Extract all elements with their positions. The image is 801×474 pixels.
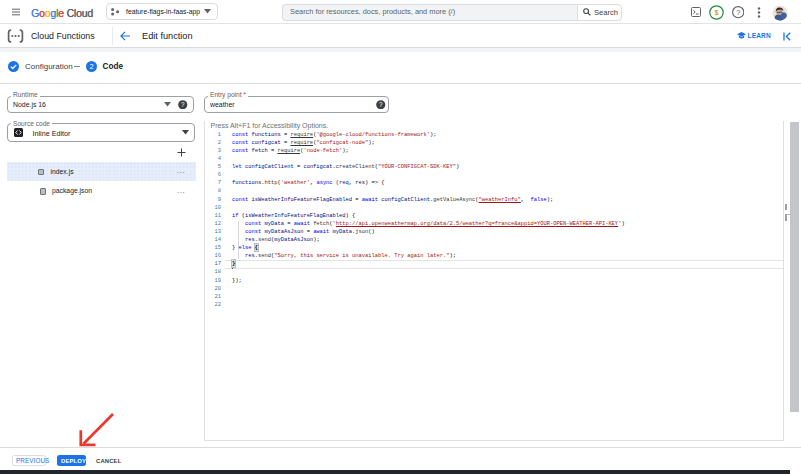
svg-text:2: 2 — [89, 62, 93, 71]
svg-text:?: ? — [181, 101, 185, 108]
svg-text:$: $ — [715, 8, 719, 17]
svg-text:?: ? — [735, 8, 740, 17]
svg-text:?: ? — [379, 101, 383, 108]
